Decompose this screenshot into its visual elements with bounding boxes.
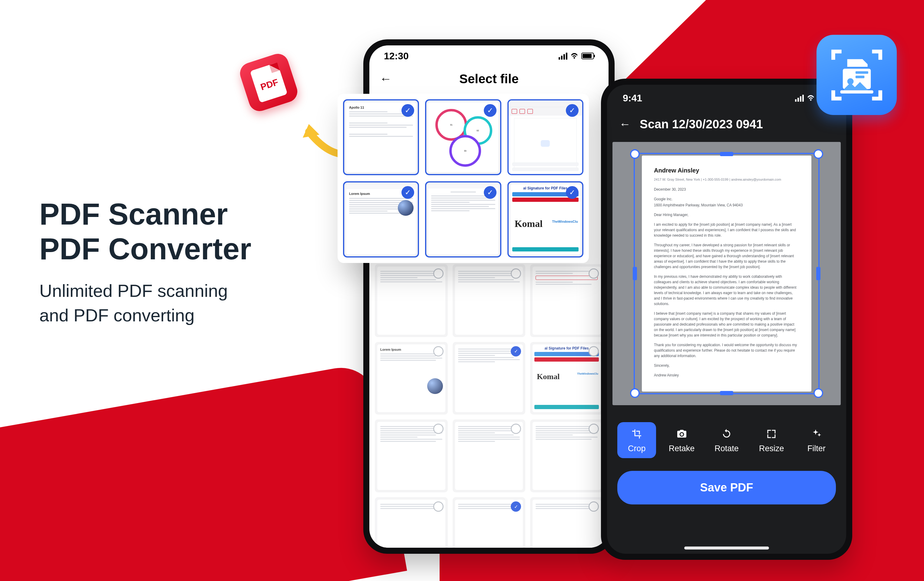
crop-icon [631,428,642,440]
scanned-document: Andrew Ainsley 2417 W. Gray Street, New … [642,156,811,392]
crop-edge-handle[interactable] [720,391,733,395]
checkmark-icon: ✓ [484,186,497,199]
crop-handle[interactable] [630,149,640,159]
hero-title: PDF Scanner PDF Converter [40,197,251,266]
checkmark-icon: ✓ [566,186,579,199]
file-tile-selected[interactable]: ✓ [425,181,501,257]
hero-subtitle: Unlimited PDF scanning and PDF convertin… [40,278,251,328]
file-tile-selected[interactable]: ✓010203 [425,99,501,175]
doc-address: 1600 Amphitheatre Parkway, Mountain View… [654,202,799,208]
wifi-icon [570,53,578,59]
file-tile-selected[interactable]: ✓Lorem Ipsum [343,181,419,257]
status-time: 12:30 [384,51,409,62]
pdf-badge-icon: PDF [238,51,300,114]
crop-edge-handle[interactable] [816,267,820,280]
file-tile[interactable]: ✓ [453,497,526,548]
tool-resize[interactable]: Resize [752,422,791,458]
resize-icon [766,428,777,440]
pdf-badge-text: PDF [259,77,280,92]
checkmark-icon: ✓ [484,104,497,117]
select-file-header: ← Select file [370,67,609,95]
hero-subtitle-line-2: and PDF converting [40,305,195,325]
doc-paragraph: I am excited to apply for the [insert jo… [654,222,799,238]
file-tile-selected[interactable]: ✓al Signature for PDF FilesKomalTheWindo… [507,181,583,257]
status-bar: 9:41 [607,85,846,111]
app-icon [817,35,897,115]
tool-label: Filter [807,444,826,453]
home-indicator [684,546,769,550]
signal-icon [795,95,804,102]
file-tile[interactable] [530,420,603,492]
doc-paragraph: In my previous roles, I have demonstrate… [654,274,799,306]
rotate-icon [721,428,733,440]
checkmark-icon: ✓ [511,346,521,357]
file-tile[interactable]: ✓ [453,342,526,415]
tool-label: Retake [669,444,695,453]
crop-handle[interactable] [630,388,640,398]
doc-paragraph: Throughout my career, I have developed a… [654,242,799,270]
crop-handle[interactable] [813,388,823,398]
doc-contact: 2417 W. Gray Street, New York | +1-300-5… [654,177,799,182]
doc-name: Andrew Ainsley [654,166,799,175]
tool-crop[interactable]: Crop [617,422,656,458]
tool-retake[interactable]: Retake [662,422,701,458]
doc-paragraph: I believe that [insert company name] is … [654,311,799,338]
crop-handle[interactable] [813,149,823,159]
file-tile[interactable] [375,264,448,337]
hero-subtitle-line-1: Unlimited PDF scanning [40,281,228,301]
svg-rect-1 [855,71,868,74]
doc-signoff: Sincerely, [654,363,799,368]
file-tile-selected[interactable]: ✓ [507,99,583,175]
battery-icon [581,53,594,59]
sparkle-icon [811,428,822,440]
hero-title-line-2: PDF Converter [40,232,251,266]
status-time: 9:41 [623,92,642,104]
tool-filter[interactable]: Filter [797,422,836,458]
tool-label: Rotate [714,444,739,453]
file-tile-selected[interactable]: ✓Apollo 11 [343,99,419,175]
editor-toolbar: Crop Retake Rotate Resize [607,405,846,468]
file-tile[interactable] [530,497,603,548]
status-bar: 12:30 [370,45,609,67]
hero-title-line-1: PDF Scanner [40,197,228,231]
file-tile[interactable]: Lorem Ipsum [375,342,448,415]
doc-paragraph: Thank you for considering my application… [654,342,799,359]
featured-file-grid: ✓Apollo 11 ✓010203 ✓ ✓Lorem Ipsum ✓ ✓al … [338,94,589,263]
checkmark-icon: ✓ [566,104,579,117]
crop-canvas[interactable]: Andrew Ainsley 2417 W. Gray Street, New … [612,142,841,405]
doc-company: Google Inc. [654,196,799,202]
tool-rotate[interactable]: Rotate [707,422,746,458]
save-pdf-button[interactable]: Save PDF [617,471,836,504]
select-file-title: Select file [370,72,609,86]
tool-label: Crop [628,444,646,453]
hero-text: PDF Scanner PDF Converter Unlimited PDF … [40,197,251,328]
svg-rect-4 [840,90,873,94]
phone-scan-editor: 9:41 ← Scan 12/30/2023 0941 Andrew Ainsl… [601,79,852,560]
file-tile[interactable] [453,420,526,492]
file-tile[interactable] [375,497,448,548]
doc-signature: Andrew Ainsley [654,372,799,378]
back-arrow-icon[interactable]: ← [619,118,630,131]
svg-rect-2 [855,76,864,78]
signal-icon [559,53,568,59]
file-tile[interactable] [530,264,603,337]
crop-edge-handle[interactable] [633,267,637,280]
doc-greeting: Dear Hiring Manager, [654,212,799,217]
file-tile[interactable]: al Signature for PDF FilesKomalTheWindow… [530,342,603,415]
scan-header: ← Scan 12/30/2023 0941 [607,111,846,142]
tool-label: Resize [759,444,784,453]
wifi-icon [807,95,815,101]
scan-title: Scan 12/30/2023 0941 [640,117,763,131]
file-tile[interactable] [453,264,526,337]
doc-date: December 30, 2023 [654,187,799,192]
camera-icon [676,428,688,440]
file-tile[interactable] [375,420,448,492]
